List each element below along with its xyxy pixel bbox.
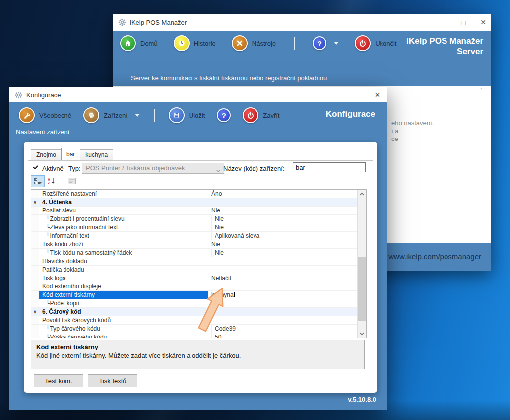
property-name: Posílat slevu (39, 207, 208, 214)
svg-text:Z: Z (48, 181, 50, 185)
row-gutter (31, 266, 39, 274)
property-value[interactable] (208, 266, 358, 274)
main-toolbar: Domů Historie Nástroje ? (120, 35, 397, 51)
grid-property-row[interactable]: Tisk logaNetlačit (31, 274, 358, 282)
property-value[interactable] (208, 316, 358, 324)
property-value[interactable]: 0 (212, 299, 358, 307)
property-grid: Rozšířené nastaveníÁno∨4. ÚčtenkaPosílat… (31, 189, 367, 338)
quit-button[interactable]: Ukončit (355, 35, 396, 51)
test-communication-button[interactable]: Test kom. (34, 374, 83, 387)
home-button[interactable]: Domů (120, 35, 158, 51)
grid-property-row[interactable]: Povolit tisk čárových kódů (31, 316, 358, 325)
category-collapse-icon[interactable]: ∨ (31, 308, 39, 316)
website-link[interactable]: www.ikelp.com/posmanager (388, 252, 481, 261)
config-header-caption: Konfigurace (326, 109, 375, 119)
active-checkbox[interactable] (32, 165, 39, 172)
home-label: Domů (140, 40, 158, 47)
device-config-panel: Znojmo bar kuchyna Aktivně Typ: POS Prin… (24, 142, 377, 393)
category-collapse-icon[interactable]: ∨ (31, 198, 39, 206)
grid-property-row[interactable]: Kód externího displeje (31, 282, 358, 291)
main-window-titlebar[interactable]: iKelp POS Manažer — □ ✕ (113, 14, 491, 31)
toolbar-separator (294, 37, 295, 50)
help-button[interactable]: ? (313, 36, 339, 50)
grid-property-row[interactable]: └Typ čárového kóduCode39 (31, 325, 358, 333)
general-button[interactable]: Všeobecné (19, 107, 71, 123)
version-label: v.5.10.8.0 (348, 396, 376, 403)
grid-property-row[interactable]: Tisk kódu zbožíNie (31, 240, 358, 249)
text-caret (234, 292, 235, 297)
property-value[interactable] (208, 257, 358, 265)
grid-property-row[interactable]: Rozšířené nastaveníÁno (31, 190, 358, 198)
property-value[interactable]: Nie (212, 249, 358, 257)
maximize-icon[interactable]: □ (461, 18, 465, 27)
grid-property-row[interactable]: Hlavička dokladu (31, 257, 358, 266)
property-value[interactable]: 50 (212, 333, 358, 338)
row-gutter (31, 232, 39, 240)
property-value[interactable]: Nie (208, 240, 358, 248)
tab-bar[interactable]: bar (61, 148, 80, 160)
property-value[interactable]: Nie (208, 207, 358, 214)
vertical-scrollbar[interactable] (357, 190, 366, 338)
minimize-icon[interactable]: — (440, 19, 446, 26)
property-name: └Zobrazit i procentuální slevu (39, 215, 212, 223)
row-gutter (31, 333, 39, 338)
config-window: Konfigurace ✕ Všeobecné Zařízení (9, 87, 387, 410)
device-type-select[interactable]: POS Printer / Tiskárna objednávek (82, 163, 224, 174)
grid-property-row[interactable]: Patička dokladu (31, 266, 358, 274)
property-name: └Informační text (39, 232, 212, 240)
property-value[interactable]: Áno (208, 190, 358, 198)
devices-button[interactable]: Zařízení (83, 107, 140, 123)
clipped-text-line: í a (391, 127, 398, 135)
grid-property-row[interactable]: └Výška čárového kódu50 (31, 333, 358, 338)
grid-property-row[interactable]: └Tisk kódu na samostatný řádekNie (31, 249, 358, 257)
alphabetical-sort-button[interactable]: AZ (45, 175, 58, 186)
print-texts-button[interactable]: Tisk textů (88, 374, 137, 387)
tools-button[interactable]: Nástroje (232, 35, 276, 51)
device-name-input[interactable] (293, 162, 366, 172)
property-value[interactable]: kuchyna (208, 291, 358, 299)
grid-property-row[interactable]: └Zleva jako informační textNie (31, 223, 358, 232)
config-titlebar[interactable]: Konfigurace ✕ (9, 87, 387, 103)
tools-icon (232, 35, 248, 51)
help-dropdown-icon[interactable] (334, 42, 339, 45)
close-icon[interactable]: ✕ (375, 91, 380, 99)
help-icon: ? (313, 36, 326, 50)
close-icon[interactable]: ✕ (480, 18, 486, 26)
property-value[interactable]: Nie (212, 215, 358, 223)
grid-category-row[interactable]: ∨4. Účtenka (31, 198, 358, 207)
grid-property-row[interactable]: Posílat slevuNie (31, 207, 358, 215)
grid-toolbar-separator (62, 176, 62, 186)
devices-dropdown-icon[interactable] (135, 114, 140, 117)
toolbar-caption: Nastavení zařízení (16, 128, 69, 136)
property-value[interactable]: Aplikovaná sleva (212, 232, 358, 240)
property-value[interactable]: Code39 (212, 325, 358, 333)
grid-property-row[interactable]: └Informační textAplikovaná sleva (31, 232, 358, 240)
property-value[interactable]: Nie (212, 223, 358, 231)
device-name-label: Název (kód) zařízení: (223, 165, 285, 172)
history-button[interactable]: Historie (174, 35, 216, 51)
property-value[interactable]: Netlačit (208, 274, 358, 282)
save-button[interactable]: Uložit (169, 107, 205, 123)
grid-category-row[interactable]: ∨6. Čárový kód (31, 308, 358, 316)
tab-kuchyna[interactable]: kuchyna (80, 149, 113, 160)
config-body: Všeobecné Zařízení Uložit (9, 102, 387, 410)
grid-property-row[interactable]: └Počet kopií0 (31, 299, 358, 308)
property-pages-button (65, 175, 78, 186)
grid-property-row[interactable]: Kód externí tiskárnykuchyna (31, 291, 358, 299)
grid-property-row[interactable]: └Zobrazit i procentuální slevuNie (31, 215, 358, 223)
property-value[interactable] (208, 282, 358, 290)
scroll-down-icon[interactable] (358, 329, 366, 338)
brand-text: iKelp POS Manažer Server (406, 36, 483, 57)
toolbar-separator (154, 109, 155, 122)
floppy-icon (169, 107, 185, 123)
categorized-view-button[interactable] (31, 175, 45, 187)
scrollbar-thumb[interactable] (358, 257, 366, 321)
devices-label: Zařízení (104, 112, 128, 119)
help-button[interactable]: ? (217, 108, 231, 122)
property-name: Kód externího displeje (39, 282, 208, 290)
close-config-button[interactable]: Zavřít (243, 107, 279, 123)
chevron-down-icon (216, 166, 221, 174)
tab-znojmo[interactable]: Znojmo (31, 149, 62, 160)
scroll-up-icon[interactable] (358, 190, 366, 198)
clock-icon (174, 35, 190, 51)
